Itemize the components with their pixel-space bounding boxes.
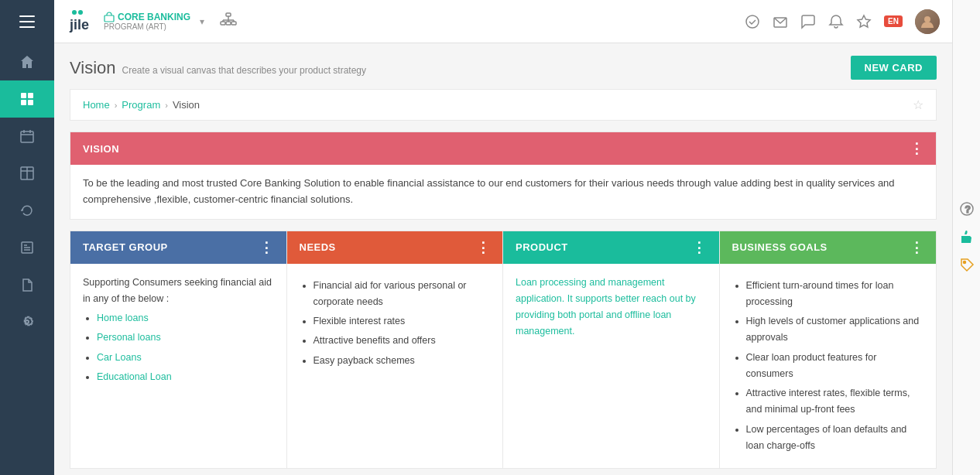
bell-icon[interactable] bbox=[828, 14, 844, 29]
list-item: Home loans bbox=[97, 310, 274, 326]
breadcrumb-sep-2: › bbox=[165, 101, 168, 110]
product-header: PRODUCT ⋮ bbox=[503, 231, 719, 264]
breadcrumb-program[interactable]: Program bbox=[122, 99, 160, 111]
sidebar-item-settings[interactable] bbox=[0, 303, 54, 340]
svg-rect-1 bbox=[19, 21, 35, 22]
breadcrumb-current: Vision bbox=[173, 99, 200, 111]
list-item: High levels of customer applications and… bbox=[746, 313, 924, 347]
business-goals-list: Efficient turn-around times for loan pro… bbox=[732, 278, 924, 455]
star-icon[interactable] bbox=[856, 14, 872, 29]
needs-label: NEEDS bbox=[300, 241, 336, 253]
needs-body: Financial aid for various personal or co… bbox=[287, 264, 503, 383]
svg-text:?: ? bbox=[965, 204, 970, 215]
right-panel: ? bbox=[952, 0, 980, 475]
product-body: Loan processing and management applicati… bbox=[503, 264, 719, 351]
svg-point-19 bbox=[78, 10, 83, 15]
page-title: Vision bbox=[70, 58, 116, 78]
needs-menu-icon[interactable]: ⋮ bbox=[476, 239, 491, 256]
breadcrumb: Home › Program › Vision bbox=[83, 99, 200, 111]
mail-icon[interactable] bbox=[773, 14, 788, 29]
business-goals-card: BUSINESS GOALS ⋮ Efficient turn-around t… bbox=[720, 231, 937, 469]
top-navigation: jile CORE BANKING PROGRAM (ART) ▾ bbox=[54, 0, 952, 43]
sidebar-item-calendar[interactable] bbox=[0, 118, 54, 155]
product-label: PRODUCT bbox=[516, 241, 568, 253]
page-title-area: Vision Create a visual canvas that descr… bbox=[70, 58, 366, 78]
new-card-button[interactable]: NEW CaRD bbox=[851, 56, 937, 80]
target-group-list: Home loans Personal loans Car Loans Educ… bbox=[83, 310, 274, 385]
needs-list: Financial aid for various personal or co… bbox=[300, 278, 491, 369]
vision-body: To be the leading and most trusted Core … bbox=[70, 165, 936, 219]
business-goals-header: BUSINESS GOALS ⋮ bbox=[720, 231, 937, 264]
breadcrumb-star-icon[interactable]: ☆ bbox=[913, 97, 923, 112]
language-badge[interactable]: EN bbox=[884, 15, 903, 27]
list-item: Efficient turn-around times for loan pro… bbox=[746, 278, 924, 311]
right-panel-tag-icon[interactable] bbox=[959, 257, 975, 272]
chat-icon[interactable] bbox=[800, 14, 816, 29]
sidebar-item-board[interactable] bbox=[0, 155, 54, 192]
business-goals-menu-icon[interactable]: ⋮ bbox=[910, 239, 924, 256]
logo: jile bbox=[67, 8, 94, 36]
target-group-header: TARGET GROUP ⋮ bbox=[70, 231, 286, 264]
cards-row: TARGET GROUP ⋮ Supporting Consumers seek… bbox=[70, 231, 937, 470]
vision-section-header: VISION ⋮ bbox=[70, 132, 936, 165]
program-dropdown[interactable]: ▾ bbox=[200, 16, 204, 27]
logo-area: jile CORE BANKING PROGRAM (ART) bbox=[67, 8, 190, 36]
breadcrumb-home[interactable]: Home bbox=[83, 99, 110, 111]
svg-rect-24 bbox=[226, 22, 231, 25]
list-item: Clear loan product features for consumer… bbox=[746, 350, 924, 383]
vision-label: VISION bbox=[83, 143, 119, 155]
svg-text:jile: jile bbox=[69, 17, 89, 32]
vision-section: VISION ⋮ To be the leading and most trus… bbox=[70, 132, 937, 220]
avatar[interactable] bbox=[915, 9, 940, 34]
target-group-label: TARGET GROUP bbox=[83, 241, 168, 253]
svg-rect-21 bbox=[105, 15, 114, 22]
sidebar-item-vision[interactable] bbox=[0, 80, 54, 118]
sidebar bbox=[0, 0, 54, 475]
target-group-intro: Supporting Consumers seeking financial a… bbox=[83, 277, 272, 304]
svg-rect-2 bbox=[19, 26, 35, 28]
list-item: Easy payback schemes bbox=[314, 353, 491, 369]
svg-rect-7 bbox=[21, 132, 33, 142]
list-item: Flexible interest rates bbox=[314, 313, 491, 330]
list-item: Attractive interest rates, flexible term… bbox=[746, 385, 924, 419]
target-group-body: Supporting Consumers seeking financial a… bbox=[70, 264, 286, 400]
page-subtitle: Create a visual canvas that describes yo… bbox=[122, 65, 367, 76]
vision-menu-icon[interactable]: ⋮ bbox=[910, 140, 924, 157]
sidebar-item-home[interactable] bbox=[0, 43, 54, 80]
svg-point-33 bbox=[924, 16, 930, 22]
product-text: Loan processing and management applicati… bbox=[516, 277, 696, 337]
product-menu-icon[interactable]: ⋮ bbox=[692, 239, 707, 256]
right-panel-help-icon[interactable]: ? bbox=[959, 201, 975, 217]
target-group-menu-icon[interactable]: ⋮ bbox=[259, 239, 274, 256]
program-info: CORE BANKING PROGRAM (ART) bbox=[104, 12, 190, 31]
needs-header: NEEDS ⋮ bbox=[287, 231, 503, 264]
svg-rect-25 bbox=[231, 22, 236, 25]
list-item: Low percentages of loan defaults and loa… bbox=[746, 422, 924, 455]
org-chart-icon[interactable] bbox=[220, 12, 237, 30]
list-item: Attractive benefits and offers bbox=[314, 333, 491, 349]
svg-rect-6 bbox=[28, 100, 33, 105]
product-card: PRODUCT ⋮ Loan processing and management… bbox=[503, 231, 720, 469]
target-group-card: TARGET GROUP ⋮ Supporting Consumers seek… bbox=[70, 231, 287, 469]
list-item: Personal loans bbox=[97, 330, 274, 346]
page-content: Vision Create a visual canvas that descr… bbox=[54, 43, 952, 475]
list-item: Educational Loan bbox=[97, 369, 274, 385]
svg-rect-0 bbox=[19, 15, 35, 17]
business-goals-body: Efficient turn-around times for loan pro… bbox=[720, 264, 937, 469]
svg-point-31 bbox=[746, 15, 759, 28]
nav-icons: EN bbox=[745, 9, 940, 34]
check-icon[interactable] bbox=[745, 14, 760, 29]
right-panel-thumbsup-icon[interactable] bbox=[959, 229, 975, 244]
sidebar-item-refresh[interactable] bbox=[0, 192, 54, 229]
program-name: CORE BANKING bbox=[104, 12, 190, 22]
breadcrumb-sep-1: › bbox=[115, 101, 118, 110]
svg-point-18 bbox=[72, 10, 77, 15]
page-header: Vision Create a visual canvas that descr… bbox=[70, 56, 937, 80]
business-goals-label: BUSINESS GOALS bbox=[732, 241, 828, 253]
sidebar-item-files[interactable] bbox=[0, 266, 54, 303]
svg-rect-5 bbox=[21, 100, 26, 105]
sidebar-item-reports[interactable] bbox=[0, 229, 54, 266]
hamburger-menu[interactable] bbox=[0, 0, 54, 43]
svg-rect-22 bbox=[226, 13, 231, 16]
svg-point-36 bbox=[963, 261, 965, 264]
